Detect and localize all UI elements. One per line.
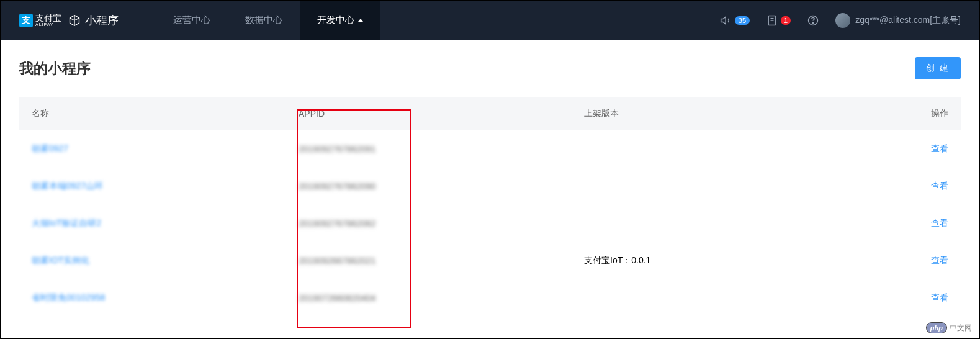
table-header: 名称 APPID 上架版本 操作: [19, 97, 961, 130]
col-header-action: 操作: [888, 108, 948, 119]
watermark-text: 中文网: [950, 323, 972, 333]
top-header: 支 支付宝 ALIPAY 小程序 运营中心 数据中心 开发中心: [1, 1, 979, 40]
table-row: 省时限免00102958 2019072660820404 查看: [19, 279, 961, 317]
logo-group: 支 支付宝 ALIPAY 小程序: [19, 13, 119, 28]
sound-badge: 35: [735, 16, 750, 25]
col-header-appid: APPID: [299, 109, 584, 119]
doc-icon: [766, 14, 778, 27]
create-button[interactable]: 创 建: [915, 57, 961, 79]
page-title: 我的小程序: [19, 59, 91, 78]
miniapp-text: 小程序: [85, 13, 119, 28]
app-name-link[interactable]: 朝雾IOT实例化: [32, 255, 89, 265]
nav-item-data[interactable]: 数据中心: [228, 1, 300, 40]
doc-badge: 1: [781, 16, 791, 25]
appid-text: 2019092767862090: [299, 181, 376, 191]
header-right: 35 1 zgq***@alitest.com[主账号]: [720, 13, 961, 28]
table-row: 朝雾本端0927山环 2019092767862090 查看: [19, 168, 961, 205]
appid-text: 2019092767862091: [299, 144, 376, 154]
alipay-icon: 支: [19, 14, 33, 27]
sound-icon: [720, 14, 732, 27]
alipay-text: 支付宝 ALIPAY: [35, 14, 61, 27]
watermark: php 中文网: [926, 322, 972, 333]
app-name-link[interactable]: 朝雾0927: [32, 143, 68, 153]
appid-text: 2019072660820404: [299, 293, 376, 303]
triangle-up-icon: [358, 19, 363, 22]
appid-text: 2019092767862062: [299, 219, 376, 228]
nav-label: 运营中心: [173, 14, 210, 26]
user-text: zgq***@alitest.com[主账号]: [855, 15, 961, 26]
page-head: 我的小程序 创 建: [19, 57, 961, 79]
avatar: [835, 13, 850, 28]
view-link[interactable]: 查看: [931, 143, 948, 153]
col-header-name: 名称: [32, 108, 299, 119]
nav-item-operations[interactable]: 运营中心: [156, 1, 228, 40]
nav-label: 开发中心: [317, 14, 354, 26]
view-link[interactable]: 查看: [931, 218, 948, 228]
appid-text: 2019092667862021: [299, 256, 376, 266]
alipay-text-main: 支付宝: [35, 14, 61, 22]
apps-table: 名称 APPID 上架版本 操作 朝雾0927 2019092767862091…: [19, 97, 961, 317]
miniapp-logo[interactable]: 小程序: [68, 13, 119, 28]
version-text: 支付宝IoT：0.0.1: [584, 255, 650, 265]
alipay-logo[interactable]: 支 支付宝 ALIPAY: [19, 14, 61, 27]
nav-label: 数据中心: [245, 14, 282, 26]
svg-point-4: [813, 22, 814, 23]
cube-icon: [68, 14, 81, 27]
app-name-link[interactable]: 省时限免00102958: [32, 292, 105, 302]
alipay-text-sub: ALIPAY: [35, 22, 61, 27]
help-button[interactable]: [807, 14, 819, 27]
nav-item-dev[interactable]: 开发中心: [300, 1, 380, 40]
app-name-link[interactable]: 火烟IoT验证自研2: [32, 218, 101, 228]
content-area: 我的小程序 创 建 名称 APPID 上架版本 操作 朝雾0927 201909…: [1, 40, 979, 334]
help-icon: [807, 14, 819, 27]
view-link[interactable]: 查看: [931, 255, 948, 265]
app-name-link[interactable]: 朝雾本端0927山环: [32, 181, 103, 191]
col-header-version: 上架版本: [584, 108, 888, 119]
main-nav: 运营中心 数据中心 开发中心: [156, 1, 380, 40]
table-row: 火烟IoT验证自研2 2019092767862062 查看: [19, 205, 961, 242]
view-link[interactable]: 查看: [931, 181, 948, 191]
table-row: 朝雾IOT实例化 2019092667862021 支付宝IoT：0.0.1 查…: [19, 242, 961, 279]
php-icon: php: [926, 322, 947, 333]
user-account[interactable]: zgq***@alitest.com[主账号]: [835, 13, 961, 28]
table-row: 朝雾0927 2019092767862091 查看: [19, 130, 961, 168]
doc-notification[interactable]: 1: [766, 14, 791, 27]
sound-notification[interactable]: 35: [720, 14, 750, 27]
view-link[interactable]: 查看: [931, 292, 948, 302]
